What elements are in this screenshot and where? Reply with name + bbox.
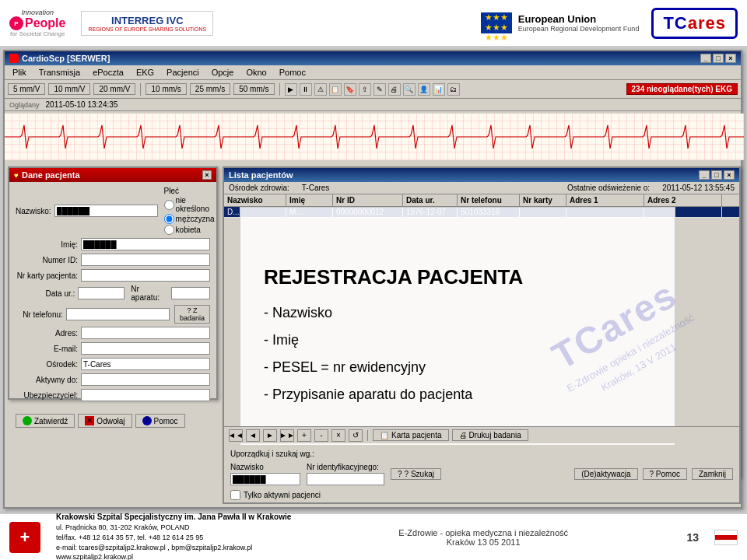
- footer-page-number: 13: [675, 531, 699, 544]
- gender-mezczyzna[interactable]: mężczyzna: [164, 214, 215, 224]
- aktywny-row: Aktywny do:: [16, 373, 210, 386]
- toolbar-5mmv[interactable]: 5 mm/V: [8, 83, 45, 95]
- close-button[interactable]: ×: [725, 54, 736, 63]
- menu-transmisja[interactable]: Transmisja: [36, 67, 83, 78]
- toolbar-20mmv[interactable]: 20 mm/V: [93, 83, 135, 95]
- nav-first-button[interactable]: ◄◄: [229, 429, 243, 442]
- menu-okno[interactable]: Okno: [243, 67, 269, 78]
- ubezpieczyciel-label: Ubezpieczyciel:: [16, 391, 78, 400]
- nazwisko-search-label: Nazwisko: [230, 463, 300, 471]
- logo-innovation-line2: People: [25, 16, 65, 30]
- footer-center: E-Zdrowie - opieka medyczna i niezależno…: [307, 528, 660, 547]
- nav-last-button[interactable]: ►►: [280, 429, 294, 442]
- nav-add-button[interactable]: +: [297, 429, 311, 442]
- patient-form-window: ♥ Dane pacjenta × Nazwisko: Płeć nie okr…: [8, 166, 218, 400]
- toolbar-icon-4[interactable]: 📋: [329, 83, 342, 96]
- nr-karty-label: Nr karty pacjenta:: [16, 271, 78, 280]
- aktywny-input[interactable]: [81, 373, 210, 386]
- data-ur-input[interactable]: [78, 287, 124, 299]
- imie-input[interactable]: [81, 238, 210, 250]
- nr-telefonu-input[interactable]: [66, 308, 170, 320]
- email-label: E-mail:: [16, 345, 78, 353]
- aktywni-checkbox[interactable]: [230, 490, 240, 500]
- toolbar-25mms[interactable]: 25 mm/s: [190, 83, 230, 95]
- list-maximize-button[interactable]: □: [711, 170, 722, 180]
- form-close-button[interactable]: ×: [202, 170, 212, 180]
- help-icon: ?: [142, 416, 152, 425]
- gender-nieokreslono[interactable]: nie określono: [164, 196, 215, 213]
- zamknij-button[interactable]: Zamknij: [692, 468, 733, 480]
- numer-id-input[interactable]: [81, 254, 210, 266]
- toolbar-separator-1: [140, 83, 141, 96]
- header: Innovation P People for Societal Change …: [0, 0, 747, 47]
- nav-cancel-button[interactable]: ×: [331, 429, 345, 442]
- toolbar-icon-9[interactable]: 🔍: [403, 83, 416, 96]
- list-close-button[interactable]: ×: [724, 170, 735, 180]
- aktywni-checkbox-label[interactable]: Tylko aktywni pacjenci: [230, 490, 321, 500]
- list-info-bar: Ośrodek zdrowia: T-Cares Ostatnie odświe…: [224, 182, 739, 194]
- menu-pacjenci[interactable]: Pacjenci: [163, 67, 202, 78]
- form-titlebar: ♥ Dane pacjenta ×: [9, 168, 216, 182]
- cancel-icon: ✕: [85, 416, 94, 425]
- toolbar-icon-10[interactable]: 👤: [418, 83, 430, 96]
- toolbar-icon-1[interactable]: ▶: [285, 83, 297, 96]
- toolbar-icon-12[interactable]: 🗂: [447, 83, 460, 96]
- logo-interreg: INTERREG IVC REGIONS OF EUROPE SHARING S…: [81, 11, 213, 36]
- karta-icon: 📋: [380, 431, 389, 439]
- nav-refresh-button[interactable]: ↺: [349, 429, 363, 442]
- toolbar-icon-8[interactable]: 🖨: [388, 83, 401, 96]
- gender-kobieta[interactable]: kobieta: [164, 225, 215, 235]
- print-icon: 🖨: [459, 431, 467, 439]
- logo-interreg-line2: REGIONS OF EUROPE SHARING SOLUTIONS: [88, 26, 206, 32]
- minimize-button[interactable]: _: [700, 54, 711, 63]
- footer-logo-plus: +: [20, 527, 30, 548]
- ubezpieczyciel-input[interactable]: [81, 389, 210, 401]
- toolbar-icon-7[interactable]: ✎: [374, 83, 386, 96]
- osrodek-input[interactable]: T-Cares: [81, 358, 210, 370]
- pomoc-form-button[interactable]: ? Pomoc: [135, 414, 185, 428]
- nr-karty-input[interactable]: [81, 269, 210, 282]
- list-minimize-button[interactable]: _: [699, 170, 710, 180]
- menu-plik[interactable]: Plik: [9, 67, 30, 78]
- menu-ekg[interactable]: EKG: [133, 67, 157, 78]
- drukuj-badania-button[interactable]: 🖨 Drukuj badania: [452, 429, 528, 441]
- nazwisko-search-input[interactable]: [230, 473, 300, 485]
- zbadania-button[interactable]: ? Z badania: [174, 305, 210, 324]
- nr-telefonu-label: Nr telefonu:: [16, 310, 63, 319]
- maximize-button[interactable]: □: [713, 54, 724, 63]
- form-title: Dane pacjenta: [22, 170, 80, 180]
- deaktywacja-button[interactable]: (De)aktywacja: [574, 468, 637, 480]
- toolbar-10mmv[interactable]: 10 mm/V: [48, 83, 90, 95]
- pomoc-search-button[interactable]: ? Pomoc: [643, 468, 687, 480]
- toolbar-50mms[interactable]: 50 mm/s: [233, 83, 274, 95]
- ecg-waveform: [5, 114, 744, 160]
- toolbar-10mms[interactable]: 10 mm/s: [146, 83, 186, 95]
- nr-aparatu-input[interactable]: [171, 287, 210, 299]
- main-area: CardioScp [SERWER] _ □ × Plik Transmisja…: [0, 47, 747, 513]
- ecg-area: [5, 114, 744, 160]
- search-fields-row: Nazwisko Nr identyfikacyjnego: ? ? Szuka…: [230, 463, 733, 485]
- toolbar: 5 mm/V 10 mm/V 20 mm/V 10 mm/s 25 mm/s 5…: [5, 80, 741, 99]
- karta-pacjenta-button[interactable]: 📋 Karta pacjenta: [373, 429, 449, 441]
- toolbar-icon-3[interactable]: ⚠: [314, 83, 327, 96]
- szukaj-button[interactable]: ? ? Szukaj: [391, 468, 441, 480]
- datetime-value: 2011-05-10 13:24:35: [46, 100, 118, 109]
- footer-center-line1: E-Zdrowie - opieka medyczna i niezależno…: [307, 528, 660, 537]
- menu-pomoc[interactable]: Pomoc: [276, 67, 309, 78]
- toolbar-icon-2[interactable]: ⏸: [300, 83, 312, 96]
- menu-opcje[interactable]: Opcje: [209, 67, 237, 78]
- toolbar-icon-6[interactable]: ⇧: [359, 83, 371, 96]
- toolbar-icon-5[interactable]: 🔖: [344, 83, 356, 96]
- toolbar-icon-11[interactable]: 📊: [433, 83, 445, 96]
- nazwisko-input[interactable]: [54, 205, 158, 217]
- email-input[interactable]: [81, 342, 210, 355]
- nr-id-search-input[interactable]: [307, 473, 384, 485]
- footer-center-line2: Kraków 13 05 2011: [307, 537, 660, 547]
- menu-epoczta[interactable]: ePoczta: [89, 67, 127, 78]
- nav-prev-button[interactable]: ◄: [246, 429, 260, 442]
- zatwierdz-button[interactable]: Zatwierdź: [16, 414, 75, 428]
- adres-input[interactable]: [81, 327, 210, 339]
- nav-next-button[interactable]: ►: [263, 429, 277, 442]
- odwolaj-button[interactable]: ✕ Odwołaj: [78, 414, 132, 428]
- nav-delete-button[interactable]: -: [314, 429, 328, 442]
